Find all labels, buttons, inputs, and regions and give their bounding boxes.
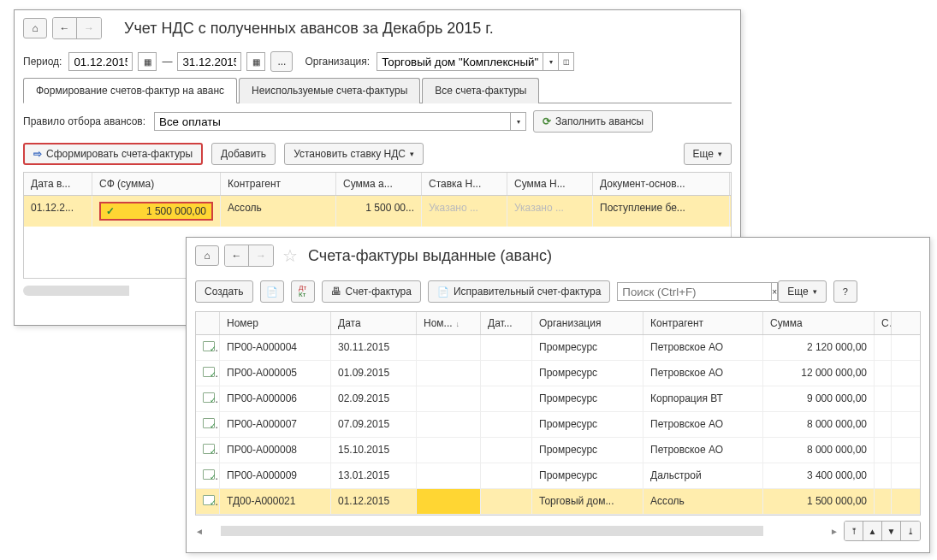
home-button-2[interactable]: ⌂ [195, 245, 219, 266]
print-icon [331, 286, 341, 298]
org-input[interactable] [377, 52, 543, 71]
pager-up[interactable]: ▲ [863, 522, 882, 540]
cell-c [875, 412, 892, 437]
row-icon [196, 438, 220, 463]
tab-unused-invoices[interactable]: Неиспользуемые счета-фактуры [239, 78, 420, 103]
back-button-2[interactable]: ← [225, 245, 249, 266]
col-icon[interactable] [196, 312, 220, 334]
cell-dat [481, 386, 532, 411]
row-icon [196, 489, 220, 514]
table-row[interactable]: ПР00-А00000430.11.2015ПромресурсПетровск… [196, 335, 920, 361]
back-button[interactable]: ← [53, 18, 77, 38]
tab-all-invoices[interactable]: Все счета-фактуры [422, 78, 539, 103]
table-row[interactable]: ПР00-А00000602.09.2015ПромресурсКорпорац… [196, 386, 920, 412]
create-from-button[interactable] [260, 280, 284, 303]
page-title-2: Счета-фактуры выданные (аванс) [308, 247, 552, 265]
cell-vat-sum: Указано ... [507, 196, 593, 227]
col-vat-rate[interactable]: Ставка Н... [422, 173, 507, 195]
forward-button[interactable]: → [77, 18, 101, 38]
home-button[interactable]: ⌂ [23, 18, 47, 38]
tab-form-invoices[interactable]: Формирование счетов-фактур на аванс [23, 78, 237, 103]
issued-invoices-window: ⌂ ← → ☆ Счета-фактуры выданные (аванс) С… [186, 237, 930, 553]
star-icon[interactable]: ☆ [282, 245, 298, 266]
cell-sum-advance: 1 500 00... [336, 196, 422, 227]
document-icon [203, 469, 215, 480]
pager-first[interactable]: ⤒ [845, 522, 863, 540]
more-button-2[interactable]: Еще [778, 280, 826, 303]
cell-sf-sum: ✓ 1 500 000,00 [92, 196, 221, 227]
sf-sum-value: 1 500 000,00 [146, 205, 206, 217]
org-dropdown-icon[interactable]: ▾ [543, 52, 559, 71]
col-date[interactable]: Дата в... [24, 173, 92, 195]
cell-contragent: Ассоль [221, 196, 336, 227]
pager-down[interactable]: ▼ [882, 522, 901, 540]
grid-row[interactable]: 01.12.2... ✓ 1 500 000,00 Ассоль 1 500 0… [24, 196, 731, 227]
col-c[interactable]: С [875, 312, 892, 334]
col-dat[interactable]: Дат... [481, 312, 532, 334]
add-button[interactable]: Добавить [211, 143, 276, 165]
h-scrollbar-2[interactable] [209, 526, 825, 536]
tabs: Формирование счетов-фактур на аванс Неис… [23, 77, 732, 103]
rule-select[interactable]: ▾ [154, 112, 526, 131]
col-sf-sum[interactable]: СФ (сумма) [92, 173, 221, 195]
org-select[interactable]: ▾ ◫ [377, 52, 574, 71]
rule-input[interactable] [154, 112, 511, 131]
period-ellipsis-button[interactable]: ... [270, 51, 293, 72]
col-nom[interactable]: Ном...↓ [417, 312, 481, 334]
document-icon [203, 495, 215, 505]
corrective-invoice-button[interactable]: Исправительный счет-фактура [428, 280, 610, 303]
rule-bar: Правило отбора авансов: ▾ Заполнить аван… [15, 103, 740, 139]
col-sum[interactable]: Сумма [763, 312, 875, 334]
dtkr-button[interactable]: ДтКт [291, 280, 315, 303]
period-label: Период: [23, 56, 62, 68]
cell-c [875, 335, 892, 360]
col-contr[interactable]: Контрагент [643, 312, 763, 334]
col-org[interactable]: Организация [532, 312, 643, 334]
cell-c [875, 463, 892, 488]
corrective-invoice-label: Исправительный счет-фактура [454, 286, 601, 298]
col-number[interactable]: Номер [220, 312, 331, 334]
fill-advances-button[interactable]: Заполнить авансы [533, 110, 653, 133]
nav-history-2: ← → [224, 245, 274, 267]
search-input[interactable] [617, 282, 772, 301]
form-invoices-button[interactable]: Сформировать счета-фактуры [23, 143, 203, 165]
table-row[interactable]: ПР00-А00000501.09.2015ПромресурсПетровск… [196, 361, 920, 386]
date-from-input[interactable] [68, 52, 133, 71]
col-date[interactable]: Дата [331, 312, 417, 334]
rule-label: Правило отбора авансов: [23, 115, 145, 127]
table-row[interactable]: ТД00-А00002101.12.2015Торговый дом...Асс… [196, 489, 920, 515]
calendar-to-icon[interactable]: ▦ [246, 52, 265, 71]
scroll-right-icon[interactable]: ► [830, 527, 839, 536]
search-clear-icon[interactable]: × [772, 282, 778, 301]
rule-dropdown-icon[interactable]: ▾ [511, 112, 526, 131]
print-invoice-button[interactable]: Счет-фактура [322, 280, 421, 303]
table-row[interactable]: ПР00-А00000815.10.2015ПромресурсПетровск… [196, 438, 920, 463]
more-button[interactable]: Еще [684, 143, 732, 165]
set-vat-button[interactable]: Установить ставку НДС [284, 143, 424, 165]
table-row[interactable]: ПР00-А00000913.01.2015ПромресурсДальстро… [196, 463, 920, 489]
pager-last[interactable]: ⤓ [901, 522, 920, 540]
scroll-left-icon[interactable]: ◄ [195, 527, 204, 536]
create-button[interactable]: Создать [195, 280, 253, 303]
forward-button-2[interactable]: → [249, 245, 273, 266]
toolbar-2: Создать ДтКт Счет-фактура Исправительный… [187, 274, 929, 309]
org-open-icon[interactable]: ◫ [559, 52, 574, 71]
col-vat-sum[interactable]: Сумма Н... [507, 173, 593, 195]
calendar-from-icon[interactable]: ▦ [138, 52, 157, 71]
col-basis-doc[interactable]: Документ-основ... [593, 173, 730, 195]
row-icon [196, 361, 220, 386]
col-contragent[interactable]: Контрагент [221, 173, 336, 195]
refresh-icon [543, 115, 551, 127]
cell-nom [417, 463, 481, 488]
help-button[interactable]: ? [833, 280, 857, 303]
date-to-input[interactable] [177, 52, 241, 71]
grid-header-2: Номер Дата Ном...↓ Дат... Организация Ко… [196, 312, 920, 335]
corrective-icon [437, 286, 449, 298]
cell-c [875, 438, 892, 463]
table-row[interactable]: ПР00-А00000707.09.2015ПромресурсПетровск… [196, 412, 920, 438]
cell-date: 07.09.2015 [331, 412, 417, 437]
col-sum-advance[interactable]: Сумма а... [336, 173, 422, 195]
cell-contr: Дальстрой [643, 463, 763, 488]
cell-nom [417, 412, 481, 437]
cell-dat [481, 489, 532, 514]
